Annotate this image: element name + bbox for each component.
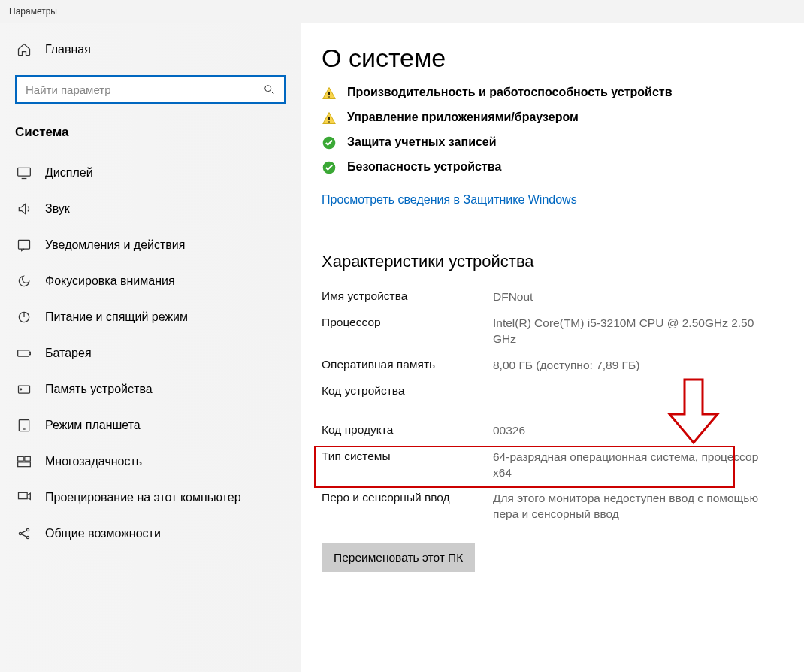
- sidebar-item-label: Батарея: [45, 347, 92, 360]
- rename-pc-button[interactable]: Переименовать этот ПК: [322, 543, 475, 572]
- spec-key-cpu: Процессор: [322, 316, 487, 347]
- spec-key-pen-touch: Перо и сенсорный ввод: [322, 491, 487, 522]
- warning-icon: [322, 86, 337, 101]
- svg-line-1: [271, 91, 273, 93]
- sidebar-item-label: Фокусировка внимания: [45, 274, 175, 288]
- svg-point-0: [265, 86, 271, 92]
- sidebar-item-battery[interactable]: Батарея: [15, 335, 286, 371]
- spec-key-system-type: Тип системы: [322, 450, 487, 481]
- focus-icon: [17, 274, 32, 289]
- sidebar-item-label: Память устройства: [45, 383, 153, 396]
- sidebar-home-label: Главная: [45, 43, 91, 56]
- sidebar-item-storage[interactable]: Память устройства: [15, 371, 286, 407]
- sidebar-item-label: Режим планшета: [45, 419, 141, 432]
- sidebar-item-focus-assist[interactable]: Фокусировка внимания: [15, 263, 286, 299]
- battery-icon: [17, 346, 32, 361]
- sidebar-item-sound[interactable]: Звук: [15, 191, 286, 227]
- sidebar-item-multitasking[interactable]: Многозадачность: [15, 443, 286, 480]
- spec-val-pen-touch: Для этого монитора недоступен ввод с пом…: [493, 491, 774, 522]
- svg-rect-13: [18, 456, 24, 461]
- search-icon: [261, 82, 277, 97]
- svg-rect-4: [19, 240, 30, 249]
- spec-val-ram: 8,00 ГБ (доступно: 7,89 ГБ): [493, 358, 774, 374]
- sidebar-home[interactable]: Главная: [15, 35, 286, 65]
- svg-point-23: [328, 96, 330, 98]
- svg-point-17: [19, 532, 21, 534]
- window-title: Параметры: [9, 6, 57, 17]
- storage-icon: [17, 382, 32, 397]
- svg-point-10: [20, 389, 22, 390]
- svg-rect-16: [19, 492, 28, 498]
- sidebar-item-notifications[interactable]: Уведомления и действия: [15, 227, 286, 263]
- sidebar-section-heading: Система: [15, 125, 286, 140]
- projecting-icon: [17, 490, 32, 505]
- status-row-account[interactable]: Защита учетных записей: [322, 135, 774, 150]
- sidebar-item-power[interactable]: Питание и спящий режим: [15, 299, 286, 335]
- sidebar-item-label: Дисплей: [45, 166, 93, 180]
- sidebar-item-label: Уведомления и действия: [45, 238, 185, 252]
- specs-table: Имя устройства DFNout Процессор Intel(R)…: [322, 289, 774, 522]
- window-titlebar: Параметры: [0, 0, 804, 23]
- status-label: Безопасность устройства: [347, 159, 501, 175]
- sidebar-item-tablet-mode[interactable]: Режим планшета: [15, 407, 286, 443]
- svg-rect-2: [18, 168, 31, 176]
- svg-rect-14: [25, 456, 31, 461]
- spec-key-ram: Оперативная память: [322, 358, 487, 374]
- status-row-app-browser[interactable]: Управление приложениями/браузером: [322, 110, 774, 126]
- status-label: Производительность и работоспособность у…: [347, 85, 673, 101]
- sidebar-item-label: Общие возможности: [45, 527, 161, 540]
- svg-point-25: [328, 121, 330, 123]
- power-icon: [17, 310, 32, 325]
- notifications-icon: [17, 238, 32, 253]
- shared-icon: [17, 526, 32, 541]
- svg-line-21: [22, 534, 27, 537]
- spec-val-device-name: DFNout: [493, 289, 774, 305]
- sidebar-item-label: Звук: [45, 202, 70, 216]
- search-box[interactable]: [15, 75, 286, 104]
- main-content: О системе Производительность и работоспо…: [301, 23, 804, 672]
- search-input[interactable]: [26, 83, 261, 96]
- warning-icon: [322, 110, 337, 126]
- display-icon: [17, 165, 32, 180]
- check-icon: [322, 160, 337, 175]
- spec-key-product-id: Код продукта: [322, 423, 487, 439]
- spec-key-device-name: Имя устройства: [322, 289, 487, 305]
- home-icon: [17, 42, 32, 57]
- spec-val-cpu: Intel(R) Core(TM) i5-3210M CPU @ 2.50GHz…: [493, 316, 774, 347]
- sidebar-item-shared[interactable]: Общие возможности: [15, 516, 286, 552]
- status-label: Защита учетных записей: [347, 135, 497, 150]
- specs-heading: Характеристики устройства: [322, 252, 774, 271]
- defender-link[interactable]: Просмотреть сведения в Защитнике Windows: [322, 193, 774, 207]
- tablet-icon: [17, 418, 32, 433]
- svg-point-19: [26, 536, 29, 538]
- svg-rect-7: [18, 350, 29, 356]
- sidebar: Главная Система Дисплей Звук Уведо: [0, 23, 301, 672]
- page-title: О системе: [322, 44, 774, 73]
- svg-rect-15: [18, 462, 31, 467]
- status-row-performance[interactable]: Производительность и работоспособность у…: [322, 85, 774, 101]
- spec-key-device-id: Код устройства: [322, 384, 487, 398]
- svg-point-18: [26, 528, 29, 531]
- sidebar-item-label: Питание и спящий режим: [45, 310, 188, 324]
- sidebar-item-label: Многозадачность: [45, 455, 142, 468]
- multitasking-icon: [17, 454, 32, 469]
- sidebar-item-projecting[interactable]: Проецирование на этот компьютер: [15, 480, 286, 516]
- spec-val-device-id: [493, 384, 774, 398]
- check-icon: [322, 135, 337, 150]
- sound-icon: [17, 201, 32, 216]
- spec-val-product-id: 00326: [493, 423, 774, 439]
- sidebar-item-label: Проецирование на этот компьютер: [45, 491, 241, 504]
- spec-val-system-type: 64-разрядная операционная система, проце…: [493, 450, 774, 481]
- status-label: Управление приложениями/браузером: [347, 110, 579, 126]
- status-row-device-security[interactable]: Безопасность устройства: [322, 159, 774, 175]
- sidebar-item-display[interactable]: Дисплей: [15, 155, 286, 191]
- svg-rect-8: [29, 352, 31, 354]
- security-status-list: Производительность и работоспособность у…: [322, 85, 774, 175]
- svg-line-20: [22, 531, 27, 533]
